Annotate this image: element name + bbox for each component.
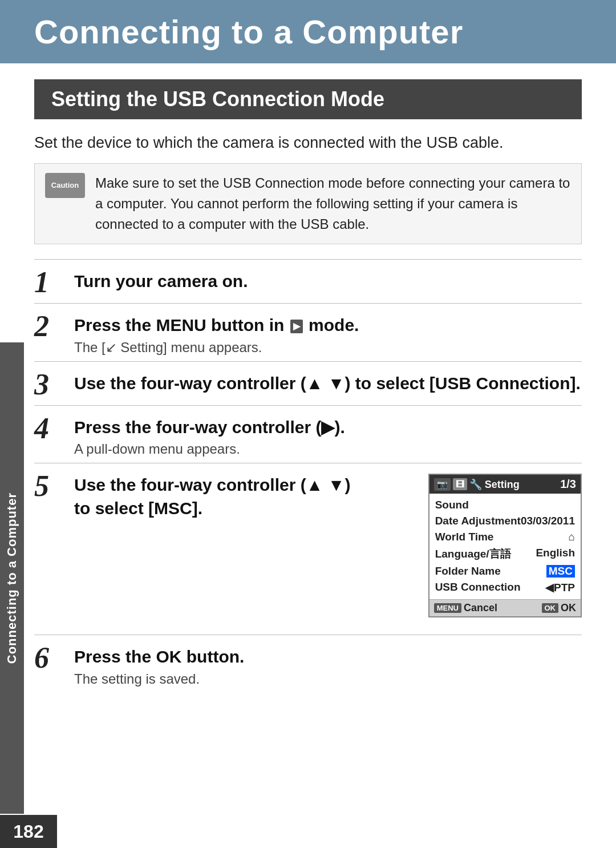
step-1-content: Turn your camera on. (74, 270, 582, 293)
menu-cancel-btn: MENU Cancel (434, 602, 497, 614)
step-4-content: Press the four-way controller (▶). A pul… (74, 416, 582, 458)
step-4-main: Press the four-way controller (▶). (74, 416, 582, 439)
step-6-main: Press the OK button. (74, 645, 582, 669)
step-5-content: Use the four-way controller (▲ ▼)to sele… (74, 474, 582, 617)
step-4-sub: A pull-down menu appears. (74, 441, 582, 457)
caution-text: Make sure to set the USB Connection mode… (95, 173, 571, 235)
step-1-main: Turn your camera on. (74, 270, 582, 293)
sidebar: Connecting to a Computer (0, 342, 24, 814)
camera-icon: 📷 (434, 478, 451, 491)
intro-text: Set the device to which the camera is co… (34, 134, 582, 152)
main-content: Set the device to which the camera is co… (0, 134, 616, 716)
step-5-number: 5 (34, 471, 64, 501)
step-6-number: 6 (34, 643, 64, 673)
step-3-main: Use the four-way controller (▲ ▼) to sel… (74, 372, 582, 395)
wrench-icon: 🔧 Setting (469, 478, 520, 491)
menu-ok-btn: OK OK (542, 602, 577, 614)
menu-row-date: Date Adjustment 03/03/2011 (435, 513, 575, 529)
step-2-content: Press the MENU button in ▶ mode. The [↙ … (74, 314, 582, 356)
caution-box: Caution Make sure to set the USB Connect… (34, 163, 582, 244)
step-3: 3 Use the four-way controller (▲ ▼) to s… (34, 361, 582, 405)
menu-row-language: Language/言語 English (435, 545, 575, 563)
section-heading-text: Setting the USB Connection Mode (51, 87, 565, 111)
section-heading: Setting the USB Connection Mode (34, 79, 582, 119)
movie-icon: 🎞 (453, 478, 467, 490)
step-6: 6 Press the OK button. The setting is sa… (34, 635, 582, 693)
menu-row-usb: USB Connection ◀PTP (435, 579, 575, 596)
step-4: 4 Press the four-way controller (▶). A p… (34, 405, 582, 463)
step-2: 2 Press the MENU button in ▶ mode. The [… (34, 303, 582, 361)
step-3-number: 3 (34, 370, 64, 399)
menu-row-sound: Sound (435, 497, 575, 513)
camera-menu-title: 📷 🎞 🔧 Setting 1/3 (429, 475, 581, 494)
step-1: 1 Turn your camera on. (34, 259, 582, 303)
page-number: 182 (13, 821, 43, 842)
step-1-number: 1 (34, 268, 64, 297)
menu-page: 1/3 (560, 478, 576, 491)
camera-menu-footer: MENU Cancel OK OK (429, 599, 581, 616)
caution-icon: Caution (45, 173, 85, 198)
step-2-sub: The [↙ Setting] menu appears. (74, 340, 582, 356)
step-2-main: Press the MENU button in ▶ mode. (74, 314, 582, 337)
step-6-content: Press the OK button. The setting is save… (74, 645, 582, 687)
step-6-sub: The setting is saved. (74, 671, 582, 687)
sidebar-label: Connecting to a Computer (5, 492, 19, 664)
title-banner: Connecting to a Computer (0, 0, 616, 63)
step-4-number: 4 (34, 414, 64, 443)
menu-row-worldtime: World Time ⌂ (435, 529, 575, 545)
page-title: Connecting to a Computer (34, 13, 582, 51)
step-2-number: 2 (34, 312, 64, 341)
step-3-content: Use the four-way controller (▲ ▼) to sel… (74, 372, 582, 395)
camera-menu-body: Sound Date Adjustment 03/03/2011 World T… (429, 494, 581, 599)
step-5: 5 Use the four-way controller (▲ ▼)to se… (34, 463, 582, 623)
step-5-main: Use the four-way controller (▲ ▼)to sele… (74, 474, 411, 520)
page-number-box: 182 (0, 815, 57, 848)
camera-menu: 📷 🎞 🔧 Setting 1/3 Sound Date Adjustment (428, 474, 582, 617)
menu-row-folder: Folder Name MSC (435, 563, 575, 579)
